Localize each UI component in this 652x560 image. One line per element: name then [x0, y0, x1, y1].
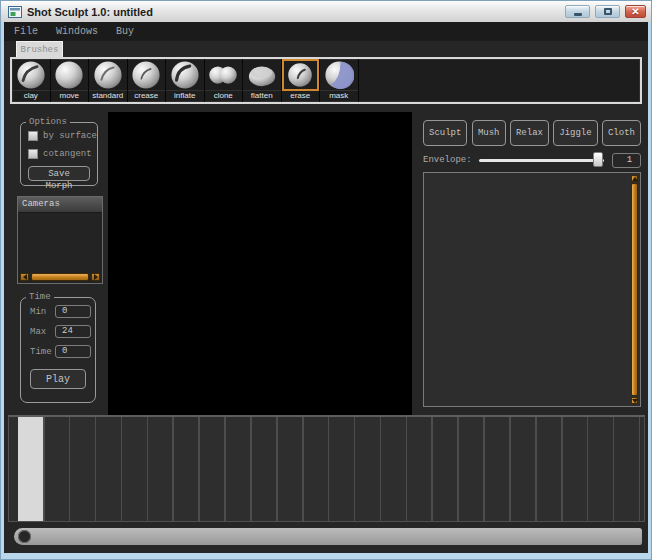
scroll-left-button[interactable]	[20, 273, 29, 281]
mask-brush-icon	[320, 59, 358, 91]
brush-standard[interactable]: standard	[89, 59, 128, 102]
envelope-slider-track[interactable]	[479, 159, 604, 162]
time-row: Time 0	[30, 345, 95, 358]
sculpt-mode-buttons: Sculpt Mush Relax Jiggle Cloth	[423, 120, 641, 146]
app-window: Shot Sculpt 1.0: untitled ✕ File Windows…	[0, 0, 652, 560]
menu-windows[interactable]: Windows	[56, 26, 98, 37]
max-label: Max	[30, 327, 55, 337]
brush-clay[interactable]: clay	[12, 59, 51, 102]
close-icon: ✕	[631, 7, 639, 17]
time-label: Time	[30, 347, 55, 357]
brush-label: standard	[89, 91, 127, 101]
brush-label: mask	[320, 91, 358, 101]
brush-label: clay	[12, 91, 50, 101]
timeline-track[interactable]	[8, 415, 645, 522]
envelope-slider[interactable]	[477, 151, 606, 169]
cameras-list[interactable]	[18, 213, 102, 271]
menu-buy[interactable]: Buy	[116, 26, 134, 37]
by-surface-checkbox[interactable]	[28, 131, 38, 141]
relax-button[interactable]: Relax	[510, 120, 549, 146]
time-group-title: Time	[26, 292, 54, 302]
app-icon	[8, 6, 22, 18]
brush-label: crease	[128, 91, 166, 101]
play-button[interactable]: Play	[30, 369, 86, 389]
brush-label: inflate	[166, 91, 204, 101]
brush-label: clone	[205, 91, 243, 101]
scroll-right-button[interactable]	[91, 273, 100, 281]
min-label: Min	[30, 307, 55, 317]
envelope-value-field[interactable]: 1	[612, 153, 641, 168]
minimize-button[interactable]	[565, 5, 590, 18]
standard-brush-icon	[89, 59, 127, 91]
by-surface-label: by surface	[43, 131, 97, 141]
window-controls: ✕	[565, 5, 646, 18]
brush-clone[interactable]: clone	[205, 59, 244, 102]
sculpt-viewport[interactable]	[108, 112, 412, 415]
scroll-up-button[interactable]	[631, 175, 638, 182]
brush-crease[interactable]: crease	[128, 59, 167, 102]
envelope-row: Envelope: 1	[423, 151, 641, 169]
app-surface: File Windows Buy Brushes clay move	[4, 22, 648, 553]
jiggle-button[interactable]: Jiggle	[553, 120, 597, 146]
brush-flatten[interactable]: flatten	[243, 59, 282, 102]
brush-inflate[interactable]: inflate	[166, 59, 205, 102]
erase-brush-icon	[282, 59, 320, 91]
envelope-label: Envelope:	[423, 155, 472, 165]
arrow-right-icon	[94, 274, 98, 280]
maximize-icon	[604, 8, 612, 15]
options-group-title: Options	[26, 117, 70, 127]
brush-mask[interactable]: mask	[320, 59, 359, 102]
minimize-icon	[574, 13, 582, 16]
move-brush-icon	[51, 59, 89, 91]
max-field[interactable]: 24	[55, 325, 91, 338]
window-title: Shot Sculpt 1.0: untitled	[27, 6, 153, 18]
cameras-scrollbar-thumb[interactable]	[31, 273, 89, 281]
cameras-horizontal-scrollbar	[20, 273, 100, 281]
vertical-scrollbar	[631, 175, 638, 404]
max-row: Max 24	[30, 325, 95, 338]
time-group: Time Min 0 Max 24 Time 0 Play	[20, 297, 96, 403]
menu-bar: File Windows Buy	[4, 22, 648, 41]
brush-move[interactable]: move	[51, 59, 90, 102]
mush-button[interactable]: Mush	[472, 120, 506, 146]
flatten-brush-icon	[243, 59, 281, 91]
envelope-slider-handle[interactable]	[593, 152, 603, 167]
maximize-button[interactable]	[595, 5, 620, 18]
options-group: Options by surface cotangent Save Morph	[20, 122, 98, 186]
vertical-scrollbar-thumb[interactable]	[631, 183, 638, 396]
close-button[interactable]: ✕	[625, 5, 646, 18]
brush-erase[interactable]: erase	[282, 59, 321, 102]
title-bar[interactable]: Shot Sculpt 1.0: untitled ✕	[1, 1, 651, 22]
cotangent-row: cotangent	[28, 149, 97, 159]
sculpt-button[interactable]: Sculpt	[423, 120, 467, 146]
clone-brush-icon	[205, 59, 243, 91]
min-field[interactable]: 0	[55, 305, 91, 318]
timeline-playhead[interactable]	[18, 417, 43, 521]
inflate-brush-icon	[166, 59, 204, 91]
arrow-down-icon	[632, 399, 638, 403]
arrow-left-icon	[23, 274, 27, 280]
clay-brush-icon	[12, 59, 50, 91]
crease-brush-icon	[128, 59, 166, 91]
scroll-down-button[interactable]	[631, 397, 638, 404]
layers-list-panel[interactable]	[423, 172, 641, 407]
cotangent-checkbox[interactable]	[28, 149, 38, 159]
cotangent-label: cotangent	[43, 149, 92, 159]
timeline-scrollbar-knob[interactable]	[18, 530, 31, 543]
brush-label: flatten	[243, 91, 281, 101]
timeline-scrollbar[interactable]	[14, 528, 642, 545]
menu-file[interactable]: File	[14, 26, 38, 37]
cameras-panel: Cameras	[17, 196, 103, 284]
cloth-button[interactable]: Cloth	[602, 120, 641, 146]
brush-label: move	[51, 91, 89, 101]
brush-label: erase	[282, 91, 320, 101]
arrow-up-icon	[632, 177, 638, 181]
brush-toolbar: clay move standard crease	[10, 57, 642, 104]
save-morph-button[interactable]: Save Morph	[28, 166, 90, 181]
tab-brushes[interactable]: Brushes	[16, 41, 63, 57]
by-surface-row: by surface	[28, 131, 97, 141]
min-row: Min 0	[30, 305, 95, 318]
cameras-header: Cameras	[18, 197, 102, 213]
time-field[interactable]: 0	[55, 345, 91, 358]
